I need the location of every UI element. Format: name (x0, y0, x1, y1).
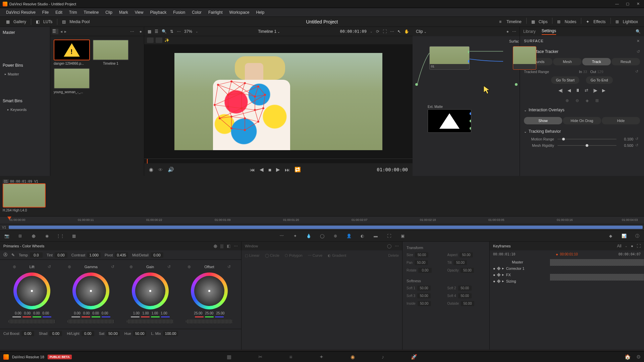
window-icon[interactable]: ◯ (319, 233, 325, 239)
hand-icon[interactable]: ✋ (404, 29, 409, 34)
track-refresh-button[interactable]: ⇄ (585, 88, 588, 93)
lightbox-button[interactable]: ⊞Lightbox (612, 18, 641, 26)
temp-value[interactable]: 0.0 (30, 252, 43, 258)
behavior-header[interactable]: Tracking Behavior (524, 127, 640, 136)
media-thumb-danger[interactable]: danger-1294866.p... (54, 40, 90, 65)
bypass-icon[interactable]: ⟳ (376, 29, 379, 34)
media-thumb-woman[interactable]: young_woman_-_... (54, 68, 90, 94)
shape-delete[interactable]: Delete (388, 253, 399, 257)
lift-wheel[interactable] (13, 273, 50, 309)
fusion-page-icon[interactable]: ✦ (319, 354, 324, 360)
smartbins-header[interactable]: Smart Bins (2, 97, 48, 105)
menu-workspace[interactable]: Workspace (226, 10, 253, 15)
hue-value[interactable]: 50.00 (133, 331, 147, 336)
menu-timeline[interactable]: Timeline (80, 10, 102, 15)
menu-fusion[interactable]: Fusion (170, 10, 189, 15)
inspector-search-icon[interactable]: 🔍 (636, 29, 641, 34)
menu-davinci[interactable]: DaVinci Resolve (3, 10, 39, 15)
viewer-timecode[interactable]: 00:00:01:09 (340, 29, 367, 34)
clips-button[interactable]: ▦Clips (528, 18, 551, 26)
menu-clip[interactable]: Clip (102, 10, 116, 15)
audio-icon[interactable]: 🔊 (168, 167, 174, 173)
seg-mesh[interactable]: Mesh (553, 58, 582, 65)
md-value[interactable]: 0.00 (151, 252, 163, 258)
color-page-icon[interactable]: ◉ (351, 354, 355, 360)
timeline-ruler[interactable]: 01:00:00:00 01:00:00:11 01:00:00:22 01:0… (0, 216, 644, 224)
thumbnail-view-icon[interactable]: ▦ (148, 29, 151, 34)
settings-gear-icon[interactable]: ⚙ (636, 354, 641, 360)
edit-point-icon[interactable]: ◈ (586, 98, 589, 103)
bars-mode-icon[interactable]: ||| (220, 244, 223, 248)
tint-value[interactable]: 0.00 (55, 252, 67, 258)
pivot-value[interactable]: 0.435 (115, 252, 128, 258)
powerbins-master[interactable]: Master (2, 71, 48, 77)
menu-edit[interactable]: Edit (52, 10, 66, 15)
track-pause-button[interactable]: ⏸ (576, 88, 580, 93)
first-frame-button[interactable]: ⏮ (250, 167, 255, 173)
add-point-icon[interactable]: ⊕ (566, 98, 569, 103)
color-match-icon[interactable]: ⊞ (17, 233, 23, 239)
node-surface[interactable] (513, 46, 536, 70)
node-output-dot[interactable] (515, 83, 518, 86)
seg-result[interactable]: Result (611, 58, 640, 65)
overlay-hide[interactable]: Hide (602, 117, 640, 124)
warper-icon[interactable]: ✦ (292, 233, 299, 239)
rgb-mixer-icon[interactable]: ⋮⋮ (57, 233, 64, 239)
reset-rigidity-icon[interactable]: ↺ (635, 143, 640, 147)
nodes-button[interactable]: ⊞Nodes (554, 18, 580, 26)
gamma-jog[interactable] (67, 319, 114, 323)
lift-reset-icon[interactable]: ↺ (48, 264, 51, 269)
curves-icon[interactable]: 〰 (278, 233, 285, 239)
remove-point-icon[interactable]: ⊖ (576, 98, 579, 103)
picker-icon[interactable]: ✎ (11, 253, 15, 257)
menu-help[interactable]: Help (253, 10, 268, 15)
gamma-reset-icon[interactable]: ↺ (111, 264, 114, 269)
luts-button[interactable]: ◧LUTs (33, 18, 56, 26)
gain-reset-icon[interactable]: ↺ (167, 264, 171, 269)
play-button[interactable]: ▶ (276, 167, 280, 173)
wheels-mode-icon[interactable]: ◎ (214, 244, 217, 248)
timeline-track-v1[interactable]: V1 (0, 224, 644, 230)
search-icon[interactable]: 🔍 (162, 29, 167, 34)
log-mode-icon[interactable]: ◧ (227, 244, 230, 248)
track-fwd-button[interactable]: ▶ (602, 88, 605, 93)
gain-jog[interactable] (127, 319, 174, 323)
node-ext-matte[interactable] (428, 109, 471, 133)
contrast-value[interactable]: 1.000 (87, 252, 101, 258)
key-icon[interactable]: ▬ (372, 233, 379, 239)
menu-playback[interactable]: Playback (147, 10, 170, 15)
media-page-icon[interactable]: ▦ (227, 354, 231, 360)
library-tab[interactable]: Library (523, 29, 536, 34)
gain-wheel[interactable] (132, 273, 169, 309)
prev-frame-button[interactable]: ◀ (260, 167, 264, 173)
sort-icon[interactable]: ⇅ (170, 29, 173, 34)
scopes-icon[interactable]: 📊 (621, 233, 627, 239)
node-01[interactable]: 01 (429, 46, 470, 70)
home-icon[interactable]: 🏠 (625, 354, 631, 360)
shape-polygon[interactable]: ⬠ Polygon (285, 253, 303, 258)
list-view-icon[interactable]: ☰ (155, 29, 158, 34)
menu-fairlight[interactable]: Fairlight (205, 10, 226, 15)
hdr-icon[interactable]: ◉ (44, 233, 50, 239)
lmix-value[interactable]: 100.00 (163, 331, 178, 336)
menu-mark[interactable]: Mark (116, 10, 131, 15)
lift-bw-icon[interactable]: ⊕ (13, 264, 16, 269)
split-icon[interactable] (156, 38, 162, 43)
maximize-button[interactable]: ▢ (626, 2, 631, 6)
gallery-button[interactable]: ▦Gallery (3, 18, 30, 26)
gamma-wheel[interactable] (72, 273, 109, 309)
reset-motion-icon[interactable]: ↺ (635, 137, 640, 141)
blur-icon[interactable]: ◐ (359, 233, 366, 239)
edit-page-icon[interactable]: ≡ (289, 354, 292, 360)
overlay-hideondrag[interactable]: Hide On Drag (563, 117, 601, 124)
close-button[interactable]: ✕ (637, 2, 641, 6)
deliver-page-icon[interactable]: 🚀 (411, 354, 417, 360)
qualifier-icon[interactable]: 💧 (305, 233, 312, 239)
overlay-show[interactable]: Show (524, 117, 562, 124)
menu-view[interactable]: View (131, 10, 147, 15)
tracker-icon[interactable]: ⊕ (332, 233, 339, 239)
track-rev-button[interactable]: ◀ (568, 88, 571, 93)
list-menu-icon[interactable]: ☰ (52, 29, 58, 34)
motion-range-slider[interactable] (557, 139, 616, 139)
shape-circle[interactable]: ◯ Circle (265, 253, 279, 258)
